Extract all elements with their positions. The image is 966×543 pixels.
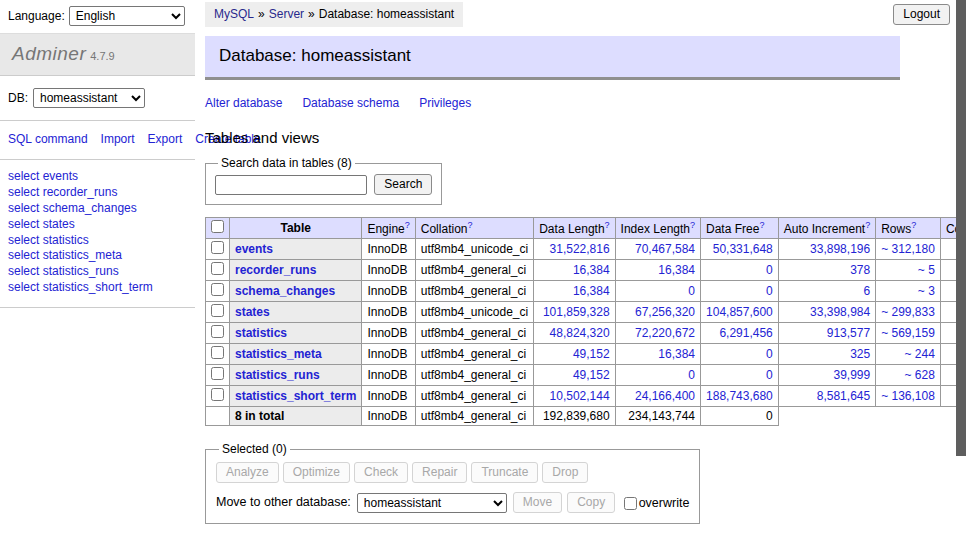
selected-action-button[interactable]: Repair: [412, 462, 467, 483]
move-database-select[interactable]: homeassistant: [357, 493, 507, 513]
auto-increment-link[interactable]: 33,398,984: [810, 305, 870, 319]
breadcrumb-link[interactable]: MySQL: [214, 7, 254, 21]
search-input[interactable]: [215, 175, 367, 195]
column-help-link[interactable]: ?: [690, 220, 695, 230]
auto-increment-cell: 39,999: [778, 365, 875, 386]
overwrite-checkbox[interactable]: [624, 497, 637, 510]
sidebar-select-link[interactable]: select statistics_meta: [8, 248, 187, 264]
rows-link[interactable]: ~ 244: [905, 347, 935, 361]
index-length-link[interactable]: 67,256,320: [635, 305, 695, 319]
sidebar-action-link[interactable]: SQL command: [8, 132, 88, 146]
column-help-link[interactable]: ?: [605, 220, 610, 230]
db-row: DB:homeassistant: [0, 76, 195, 121]
rows-link[interactable]: ~ 5: [918, 263, 935, 277]
selected-action-button[interactable]: Drop: [542, 462, 588, 483]
database-nav-link[interactable]: Database schema: [302, 96, 399, 110]
index-length-link[interactable]: 70,467,584: [635, 242, 695, 256]
auto-increment-link[interactable]: 325: [850, 347, 870, 361]
rows-link[interactable]: ~ 136,108: [881, 389, 935, 403]
index-length-link[interactable]: 0: [688, 368, 695, 382]
selected-action-button[interactable]: Truncate: [471, 462, 538, 483]
sidebar-select-link[interactable]: select events: [8, 169, 187, 185]
auto-increment-link[interactable]: 33,898,196: [810, 242, 870, 256]
data-free-link[interactable]: 0: [766, 368, 773, 382]
data-free-link[interactable]: 6,291,456: [719, 326, 772, 340]
selected-action-button[interactable]: Check: [354, 462, 408, 483]
column-help-link[interactable]: ?: [467, 220, 472, 230]
sidebar-select-link[interactable]: select schema_changes: [8, 201, 187, 217]
rows-link[interactable]: ~ 312,180: [881, 242, 935, 256]
column-help-link[interactable]: ?: [405, 220, 410, 230]
copy-button[interactable]: Copy: [567, 492, 615, 513]
row-checkbox[interactable]: [211, 241, 224, 254]
data-length-link[interactable]: 101,859,328: [543, 305, 610, 319]
selected-action-button[interactable]: Optimize: [283, 462, 350, 483]
data-length-link[interactable]: 16,384: [573, 284, 610, 298]
language-select[interactable]: English: [69, 6, 185, 26]
column-help-link[interactable]: ?: [759, 220, 764, 230]
data-free-link[interactable]: 0: [766, 263, 773, 277]
auto-increment-link[interactable]: 913,577: [827, 326, 870, 340]
scrollbar-track[interactable]: [956, 0, 966, 543]
data-length-link[interactable]: 16,384: [573, 263, 610, 277]
table-name-link[interactable]: recorder_runs: [235, 263, 316, 277]
database-nav-link[interactable]: Privileges: [419, 96, 471, 110]
scrollbar-thumb[interactable]: [956, 0, 966, 456]
rows-link[interactable]: ~ 3: [918, 284, 935, 298]
data-free-link[interactable]: 0: [766, 347, 773, 361]
table-name-link[interactable]: statistics_meta: [235, 347, 322, 361]
column-header: Rows?: [876, 218, 941, 239]
column-help-link[interactable]: ?: [911, 220, 916, 230]
logout-button[interactable]: Logout: [893, 4, 950, 25]
data-length-link[interactable]: 48,824,320: [550, 326, 610, 340]
table-name-link[interactable]: states: [235, 305, 270, 319]
data-length-link[interactable]: 49,152: [573, 347, 610, 361]
db-select[interactable]: homeassistant: [33, 88, 145, 108]
data-length-link[interactable]: 49,152: [573, 368, 610, 382]
sidebar-select-link[interactable]: select recorder_runs: [8, 185, 187, 201]
sidebar-action-link[interactable]: Export: [148, 132, 183, 146]
data-length-link[interactable]: 31,522,816: [550, 242, 610, 256]
row-checkbox[interactable]: [211, 367, 224, 380]
index-length-link[interactable]: 24,166,400: [635, 389, 695, 403]
sidebar-action-link[interactable]: Import: [101, 132, 135, 146]
data-free-link[interactable]: 0: [766, 284, 773, 298]
table-name-link[interactable]: events: [235, 242, 273, 256]
index-length-link[interactable]: 16,384: [658, 347, 695, 361]
auto-increment-link[interactable]: 39,999: [833, 368, 870, 382]
rows-link[interactable]: ~ 299,833: [881, 305, 935, 319]
row-checkbox[interactable]: [211, 262, 224, 275]
auto-increment-link[interactable]: 378: [850, 263, 870, 277]
database-nav-link[interactable]: Alter database: [205, 96, 282, 110]
table-name-link[interactable]: statistics_short_term: [235, 389, 356, 403]
sidebar-select-link[interactable]: select states: [8, 217, 187, 233]
data-free-link[interactable]: 104,857,600: [706, 305, 773, 319]
sidebar-select-link[interactable]: select statistics_short_term: [8, 280, 187, 296]
table-name-link[interactable]: schema_changes: [235, 284, 335, 298]
data-free-link[interactable]: 188,743,680: [706, 389, 773, 403]
row-checkbox[interactable]: [211, 388, 224, 401]
search-button[interactable]: Search: [374, 174, 432, 195]
row-checkbox[interactable]: [211, 325, 224, 338]
index-length-link[interactable]: 16,384: [658, 263, 695, 277]
selected-action-button[interactable]: Analyze: [216, 462, 279, 483]
index-length-link[interactable]: 72,220,672: [635, 326, 695, 340]
rows-link[interactable]: ~ 628: [905, 368, 935, 382]
sidebar-select-link[interactable]: select statistics_runs: [8, 264, 187, 280]
data-free-link[interactable]: 50,331,648: [713, 242, 773, 256]
index-length-link[interactable]: 0: [688, 284, 695, 298]
data-length-link[interactable]: 10,502,144: [550, 389, 610, 403]
row-checkbox[interactable]: [211, 304, 224, 317]
table-name-link[interactable]: statistics_runs: [235, 368, 320, 382]
table-name-link[interactable]: statistics: [235, 326, 287, 340]
rows-link[interactable]: ~ 569,159: [881, 326, 935, 340]
auto-increment-link[interactable]: 8,581,645: [817, 389, 870, 403]
row-checkbox[interactable]: [211, 346, 224, 359]
breadcrumb-link[interactable]: Server: [269, 7, 304, 21]
sidebar-select-link[interactable]: select statistics: [8, 233, 187, 249]
auto-increment-link[interactable]: 6: [863, 284, 870, 298]
move-button[interactable]: Move: [513, 492, 562, 513]
select-all-checkbox[interactable]: [211, 220, 224, 233]
column-help-link[interactable]: ?: [865, 220, 870, 230]
row-checkbox[interactable]: [211, 283, 224, 296]
